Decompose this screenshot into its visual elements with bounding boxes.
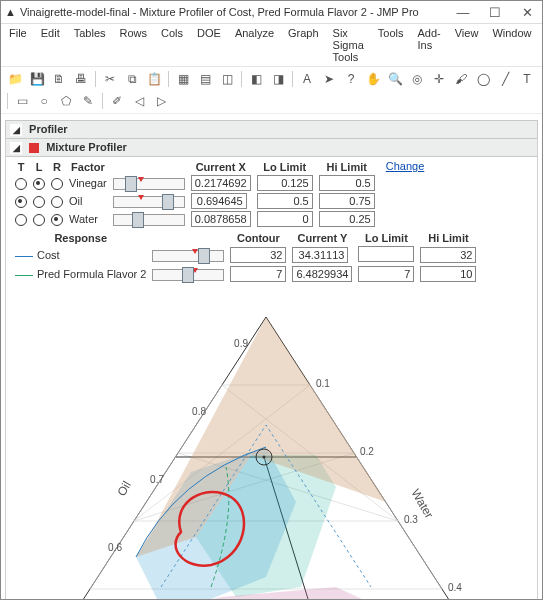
factor-name: Vinegar	[66, 174, 110, 192]
menu-edit[interactable]: Edit	[39, 26, 62, 64]
disk-icon[interactable]: 💾	[27, 69, 47, 89]
svg-point-19	[263, 456, 266, 459]
axis-label-oil: Oil	[114, 479, 133, 499]
factor-slider[interactable]	[113, 214, 185, 226]
profiler-title: Profiler	[29, 123, 68, 135]
response-slider[interactable]	[152, 269, 224, 281]
factor-slider[interactable]	[113, 196, 185, 208]
menu-analyze[interactable]: Analyze	[233, 26, 276, 64]
factor-name: Oil	[66, 192, 110, 210]
menu-window[interactable]: Window	[490, 26, 533, 64]
menu-tools[interactable]: Tools	[376, 26, 406, 64]
currenty-field[interactable]: 34.31113	[292, 247, 348, 263]
zoom-icon[interactable]: 🔍	[385, 69, 405, 89]
lasso-icon[interactable]: ◯	[473, 69, 493, 89]
svg-text:0.8: 0.8	[192, 406, 206, 417]
toolbar: 📁💾🗎🖶✂⧉📋▦▤◫◧◨A➤?✋🔍◎✛🖌◯╱T▭○⬠✎✐◁▷	[1, 67, 542, 114]
menu-rows[interactable]: Rows	[118, 26, 150, 64]
arrow-icon[interactable]: ➤	[319, 69, 339, 89]
annotate-icon[interactable]: ✐	[107, 91, 127, 111]
max-button[interactable]: ☐	[484, 5, 506, 20]
disclosure-icon[interactable]: ◢	[10, 124, 22, 136]
contour-field[interactable]: 32	[230, 247, 286, 263]
currenty-field[interactable]: 6.4829934	[292, 266, 352, 282]
menu-file[interactable]: File	[7, 26, 29, 64]
square-icon[interactable]: ▭	[12, 91, 32, 111]
hi-field[interactable]: 32	[420, 247, 476, 263]
hi-field[interactable]: 10	[420, 266, 476, 282]
lo-field[interactable]: 0	[257, 211, 313, 227]
currentx-field[interactable]: 0.2174692	[191, 175, 251, 191]
radio-t[interactable]	[15, 214, 27, 226]
pencil-icon[interactable]: ✎	[78, 91, 98, 111]
print-icon[interactable]: 🖶	[71, 69, 91, 89]
legend-line-icon	[15, 275, 33, 276]
paste-icon[interactable]: 📋	[144, 69, 164, 89]
radio-t[interactable]	[15, 178, 27, 190]
radio-r[interactable]	[51, 196, 63, 208]
save-icon[interactable]: 🗎	[49, 69, 69, 89]
radio-l[interactable]	[33, 178, 45, 190]
hi-field[interactable]: 0.75	[319, 193, 375, 209]
response-name: Cost	[37, 249, 60, 261]
radio-r[interactable]	[51, 214, 63, 226]
folder-icon[interactable]: 📁	[5, 69, 25, 89]
copy-icon[interactable]: ⧉	[122, 69, 142, 89]
contour-field[interactable]: 7	[230, 266, 286, 282]
hi-field[interactable]: 0.25	[319, 211, 375, 227]
help-icon[interactable]: ?	[341, 69, 361, 89]
factor-slider[interactable]	[113, 178, 185, 190]
currentx-field[interactable]: 0.0878658	[191, 211, 251, 227]
svg-text:0.6: 0.6	[108, 542, 122, 553]
menu-six-sigma-tools[interactable]: Six Sigma Tools	[331, 26, 366, 64]
chart5-icon[interactable]: ◨	[268, 69, 288, 89]
poly-icon[interactable]: ⬠	[56, 91, 76, 111]
radio-r[interactable]	[51, 178, 63, 190]
lo-field[interactable]: 0.5	[257, 193, 313, 209]
chart2-icon[interactable]: ▤	[195, 69, 215, 89]
chart3-icon[interactable]: ◫	[217, 69, 237, 89]
lo-field[interactable]: 0.125	[257, 175, 313, 191]
disclosure-icon[interactable]: ◢	[10, 142, 22, 154]
legend-line-icon	[15, 256, 33, 257]
menu-tables[interactable]: Tables	[72, 26, 108, 64]
mixture-profiler-header[interactable]: ◢ Mixture Profiler	[6, 139, 537, 157]
close-button[interactable]: ✕	[516, 5, 538, 20]
radio-l[interactable]	[33, 214, 45, 226]
menu-add-ins[interactable]: Add-Ins	[415, 26, 442, 64]
nav-right-icon[interactable]: ▷	[151, 91, 171, 111]
target-icon[interactable]: ◎	[407, 69, 427, 89]
crosshair-icon[interactable]: ✛	[429, 69, 449, 89]
menu-view[interactable]: View	[453, 26, 481, 64]
A-icon[interactable]: A	[297, 69, 317, 89]
brush-icon[interactable]: 🖌	[451, 69, 471, 89]
currentx-field[interactable]: 0.694645	[191, 193, 247, 209]
app-icon: ▲	[5, 6, 16, 18]
radio-t[interactable]	[15, 196, 27, 208]
chart4-icon[interactable]: ◧	[246, 69, 266, 89]
menu-graph[interactable]: Graph	[286, 26, 321, 64]
lo-field[interactable]	[358, 246, 414, 262]
chart1-icon[interactable]: ▦	[173, 69, 193, 89]
svg-text:0.2: 0.2	[360, 446, 374, 457]
lo-field[interactable]: 7	[358, 266, 414, 282]
svg-text:0.7: 0.7	[150, 474, 164, 485]
profiler-header[interactable]: ◢ Profiler	[5, 120, 538, 139]
hand-icon[interactable]: ✋	[363, 69, 383, 89]
text-icon[interactable]: T	[517, 69, 537, 89]
menu-doe[interactable]: DOE	[195, 26, 223, 64]
nav-left-icon[interactable]: ◁	[129, 91, 149, 111]
min-button[interactable]: —	[452, 5, 474, 20]
circle-icon[interactable]: ○	[34, 91, 54, 111]
hi-field[interactable]: 0.5	[319, 175, 375, 191]
response-slider[interactable]	[152, 250, 224, 262]
mixture-ternary-plot[interactable]: Oil Water Vinegar 0.90.80.70.60.5 0.10.2…	[6, 287, 537, 599]
radio-l[interactable]	[33, 196, 45, 208]
menu-cols[interactable]: Cols	[159, 26, 185, 64]
cut-icon[interactable]: ✂	[100, 69, 120, 89]
svg-text:0.9: 0.9	[234, 338, 248, 349]
change-link[interactable]: Change	[386, 160, 425, 172]
hotspot-icon[interactable]	[29, 143, 39, 153]
response-table: ResponseContourCurrent YLo LimitHi Limit…	[12, 231, 479, 283]
line-icon[interactable]: ╱	[495, 69, 515, 89]
